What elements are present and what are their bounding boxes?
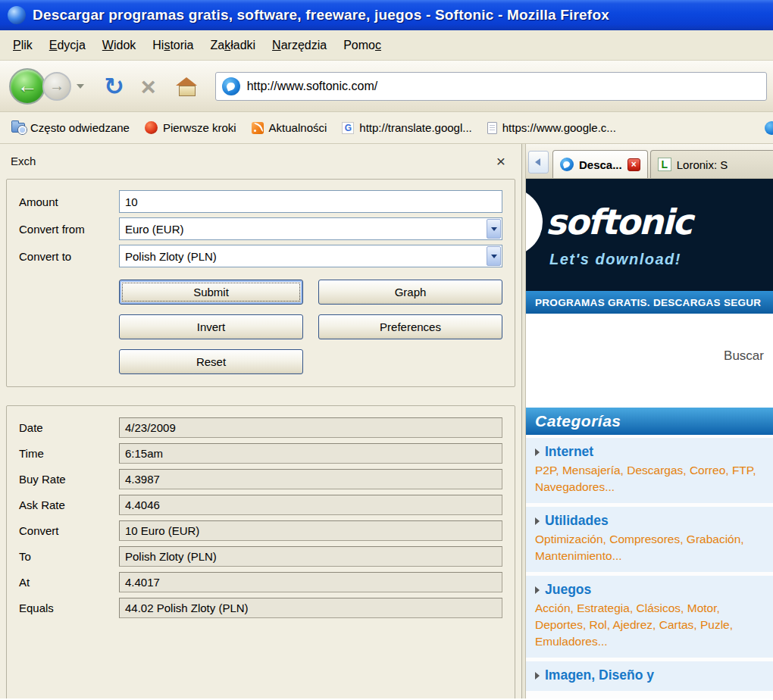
tab-scroll-left-icon[interactable] [528,151,549,173]
ask-rate-value: 4.4046 [119,495,502,515]
firefox-globe-icon [145,121,158,134]
bookmark-czesto-odwiedzane[interactable]: Często odwiedzane [5,118,136,137]
menu-plik[interactable]: Plik [5,34,41,57]
url-bar[interactable] [215,72,767,101]
bookmark-aktualnosci[interactable]: Aktualności [245,118,334,137]
categories-list: Internet P2P, Mensajería, Descargas, Cor… [526,435,773,698]
equals-value: 44.02 Polish Zloty (PLN) [119,598,502,618]
sidebar-title: Exch [11,155,36,167]
site-favicon[interactable] [222,77,240,95]
button-grid: Submit Graph Invert Preferences Reset [119,280,502,374]
browser-content: Desca... × L Loronix: S softonic Let's d… [526,144,773,698]
navigation-toolbar: ← → ↻ × [0,61,773,112]
menu-pomoc[interactable]: Pomoc [335,34,390,57]
softonic-tagline: Let's download! [549,251,681,268]
bullet-arrow-icon [535,586,540,594]
refresh-button[interactable]: ↻ [104,74,124,98]
promo-banner: PROGRAMAS GRATIS. DESCARGAS SEGUR [526,291,773,314]
menu-bar: Plik Edycja Widok Historia Zakładki Narz… [0,30,773,61]
softonic-favicon [560,158,574,171]
url-input[interactable] [247,80,760,93]
google-icon: G [342,122,354,134]
buy-rate-value: 4.3987 [119,469,502,489]
sidebar-close-icon[interactable]: × [491,153,511,169]
back-arrow-icon: ← [17,74,38,98]
convert-to-select[interactable]: Polish Zloty (PLN) [119,245,502,267]
tab-close-icon[interactable]: × [627,158,640,171]
tab-softonic[interactable]: Desca... × [552,150,648,178]
category-link[interactable]: Utilidades [535,513,765,529]
bookmark-translate-google[interactable]: Ghttp://translate.googl... [335,118,478,137]
loronix-favicon: L [658,158,671,171]
category-juegos: Juegos Acción, Estrategia, Clásicos, Mot… [526,576,773,658]
convert-to-label: Convert to [19,250,119,263]
softonic-ball-logo [526,188,543,256]
rss-icon [252,122,264,134]
result-row-ask-rate: Ask Rate 4.4046 [19,495,502,515]
invert-button[interactable]: Invert [119,314,303,339]
menu-historia[interactable]: Historia [144,34,202,57]
convert-from-label: Convert from [19,223,119,236]
result-row-equals: Equals 44.02 Polish Zloty (PLN) [19,598,502,618]
menu-widok[interactable]: Widok [94,34,144,57]
softonic-page: softonic Let's download! PROGRAMAS GRATI… [526,179,773,698]
stop-button[interactable]: × [141,73,156,99]
tab-strip: Desca... × L Loronix: S [526,144,773,179]
amount-row: Amount [19,190,502,213]
category-link[interactable]: Internet [535,444,765,460]
tab-label: Loronix: S [677,158,728,171]
window-title: Descargar programas gratis, software, fr… [33,7,609,23]
window-titlebar: Descargar programas gratis, software, fr… [0,0,773,30]
to-value: Polish Zloty (PLN) [119,546,502,567]
bullet-arrow-icon [535,672,540,680]
result-row-date: Date 4/23/2009 [19,417,502,438]
category-internet: Internet P2P, Mensajería, Descargas, Cor… [526,438,773,503]
back-button[interactable]: ← [9,68,45,105]
convert-to-row: Convert to Polish Zloty (PLN) [19,245,502,267]
category-imagen-diseno: Imagen, Diseño y [526,661,773,691]
softonic-hero: softonic Let's download! [526,179,773,291]
result-row-to: To Polish Zloty (PLN) [19,546,502,567]
category-sublinks[interactable]: Acción, Estrategia, Clásicos, Motor, Dep… [535,600,765,650]
amount-input[interactable] [119,190,502,213]
converter-form-groupbox: Amount Convert from Euro (EUR) Convert t… [6,179,515,387]
menu-zakladki[interactable]: Zakładki [202,34,264,57]
category-link[interactable]: Imagen, Diseño y [535,667,765,683]
convert-from-select[interactable]: Euro (EUR) [119,217,502,240]
home-button[interactable] [176,77,197,96]
category-utilidades: Utilidades Optimización, Compresores, Gr… [526,507,773,572]
category-link[interactable]: Juegos [535,582,765,598]
results-groupbox: Date 4/23/2009 Time 6:15am Buy Rate 4.39… [6,405,515,698]
result-row-convert: Convert 10 Euro (EUR) [19,520,502,541]
tab-label: Desca... [579,158,622,171]
chevron-down-icon[interactable] [487,246,501,266]
category-sublinks[interactable]: Optimización, Compresores, Grabación, Ma… [535,531,765,564]
graph-button[interactable]: Graph [318,280,502,305]
tab-loronix[interactable]: L Loronix: S [650,150,773,178]
bookmarks-toolbar: Często odwiedzane Pierwsze kroki Aktualn… [0,112,773,144]
bookmark-google[interactable]: https://www.google.c... [480,118,623,137]
convert-from-row: Convert from Euro (EUR) [19,217,502,240]
result-row-at: At 4.4017 [19,572,502,592]
exch-sidebar-panel: Exch × Amount Convert from Euro (EUR) Co… [0,144,521,698]
sidebar-header: Exch × [0,144,521,177]
page-icon [487,122,497,134]
bookmark-pierwsze-kroki[interactable]: Pierwsze kroki [138,118,243,137]
menu-narzedzia[interactable]: Narzędzia [264,34,335,57]
history-dropdown-icon[interactable] [77,84,84,89]
bullet-arrow-icon [535,448,540,456]
partial-bookmark-icon[interactable] [765,121,773,135]
forward-arrow-icon: → [49,77,64,95]
preferences-button[interactable]: Preferences [318,314,502,339]
forward-button[interactable]: → [42,72,71,101]
reset-button[interactable]: Reset [119,349,303,374]
submit-button[interactable]: Submit [119,280,303,305]
chevron-down-icon[interactable] [487,219,501,239]
amount-label: Amount [19,195,119,208]
menu-edycja[interactable]: Edycja [41,34,94,57]
softonic-logo[interactable]: softonic [546,202,691,242]
categories-header: Categorías [526,408,773,435]
category-sublinks[interactable]: P2P, Mensajería, Descargas, Correo, FTP,… [535,462,765,495]
bullet-arrow-icon [535,517,540,525]
search-button[interactable]: Buscar [724,348,764,364]
